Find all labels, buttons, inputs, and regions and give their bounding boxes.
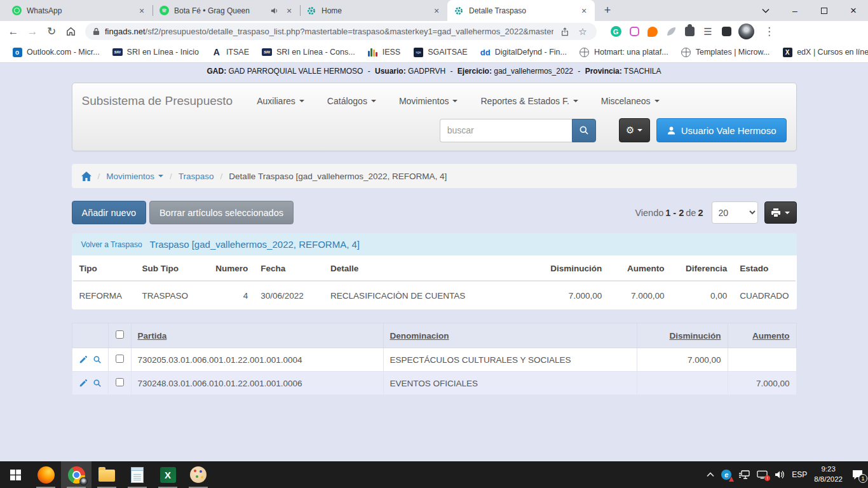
close-icon[interactable]: ×: [136, 5, 147, 17]
spotify-icon: [159, 6, 169, 16]
detail-header-row: Partida Denominacion Disminución Aumento: [72, 323, 796, 348]
breadcrumb-movimientos[interactable]: Movimientos: [106, 172, 163, 181]
start-button[interactable]: [0, 461, 31, 488]
pink-extension-icon[interactable]: [628, 25, 641, 38]
column-header-partida[interactable]: Partida: [131, 323, 383, 348]
profile-avatar[interactable]: [738, 24, 754, 39]
close-icon[interactable]: ×: [578, 5, 590, 17]
reload-icon[interactable]: ↻: [43, 24, 60, 40]
puzzle-extension-icon[interactable]: [683, 25, 696, 38]
bookmark-iess[interactable]: IESS: [362, 45, 407, 59]
close-window-button[interactable]: ×: [839, 0, 868, 21]
bookmark-templates[interactable]: Templates | Microw...: [675, 45, 775, 59]
system-tray: e ! ESP 9:23 8/8/2022 1: [707, 461, 868, 488]
bookmark-itsae[interactable]: A ITSAE: [206, 45, 255, 59]
playlist-extension-icon[interactable]: ☰: [702, 25, 714, 38]
column-header-aumento[interactable]: Aumento: [728, 323, 796, 348]
page-size-select[interactable]: 20: [712, 201, 758, 224]
context-label: Ejercicio:: [458, 67, 492, 76]
taskbar-file-explorer[interactable]: [92, 461, 122, 488]
tab-audio-icon[interactable]: [271, 7, 278, 15]
feather-extension-icon[interactable]: [665, 25, 677, 38]
taskbar-paint[interactable]: [183, 461, 214, 488]
select-row-checkbox[interactable]: [116, 378, 124, 386]
home-icon[interactable]: [62, 24, 79, 40]
back-to-traspaso-link[interactable]: Volver a Traspaso: [81, 240, 142, 249]
detail-section: Partida Denominacion Disminución Aumento: [72, 323, 797, 395]
tab-title: Home: [322, 6, 426, 15]
cell-detalle: RECLASIFICACIÒN DE CUENTAS: [324, 281, 538, 309]
darkreader-extension-icon[interactable]: [720, 25, 733, 38]
bookmark-sgaitsae[interactable]: sga SGAITSAE: [407, 45, 473, 59]
context-value: gad_vallehermos_2022: [494, 67, 573, 76]
browser-menu-icon[interactable]: ⋮: [760, 25, 778, 38]
add-new-button[interactable]: Añadir nuevo: [72, 201, 146, 224]
column-header-denominacion[interactable]: Denominacion: [383, 323, 637, 348]
actions-column-header: [72, 323, 108, 348]
forward-icon[interactable]: →: [24, 24, 41, 40]
new-tab-button[interactable]: +: [599, 2, 616, 20]
breadcrumb-current: Detalle Traspaso [gad_vallehermos_2022, …: [229, 172, 447, 181]
back-icon[interactable]: ←: [5, 24, 22, 40]
menu-auxiliares[interactable]: Auxiliares: [257, 96, 304, 106]
column-header-disminucion[interactable]: Disminución: [637, 323, 728, 348]
delete-selected-button[interactable]: Borrar artículos seleccionados: [149, 201, 294, 224]
tab-whatsapp[interactable]: WhatsApp ×: [5, 0, 153, 21]
search-input[interactable]: [440, 119, 572, 142]
view-magnifier-icon[interactable]: [93, 355, 102, 364]
tab-detalle-traspaso[interactable]: Detalle Traspaso ×: [447, 0, 595, 21]
tray-chevron-up-icon[interactable]: [707, 472, 714, 477]
taskbar-firefox[interactable]: [31, 461, 61, 488]
tab-home[interactable]: Home ×: [300, 0, 447, 21]
url-bar[interactable]: fingads.net/sf2/presupuesto/detalle_tras…: [85, 23, 597, 40]
close-icon[interactable]: ×: [283, 5, 295, 17]
language-indicator[interactable]: ESP: [792, 470, 807, 479]
bookmark-edx[interactable]: X edX | Cursos en líne...: [776, 45, 868, 59]
close-icon[interactable]: ×: [431, 5, 442, 17]
breadcrumb-home-icon[interactable]: [81, 172, 92, 181]
menu-movimientos[interactable]: Movimientos: [399, 96, 458, 106]
bookmark-star-icon[interactable]: ☆: [576, 25, 589, 38]
detail-row: 730205.03.01.006.001.01.22.001.001.0004 …: [72, 348, 796, 372]
user-button[interactable]: Usuario Vale Hermoso: [656, 118, 787, 142]
warning-badge: [729, 477, 734, 482]
select-all-checkbox[interactable]: [116, 330, 124, 339]
taskbar-chrome[interactable]: [61, 461, 92, 488]
display-alert-tray-icon[interactable]: !: [757, 470, 768, 479]
print-button[interactable]: [764, 201, 797, 224]
menu-reportes[interactable]: Reportes & Estados F.: [480, 96, 578, 106]
settings-button[interactable]: ⚙: [619, 118, 650, 142]
grammarly-extension-icon[interactable]: G: [609, 25, 622, 38]
column-header: Aumento: [608, 255, 670, 281]
minimize-button[interactable]: –: [780, 0, 810, 21]
search-button[interactable]: [572, 119, 596, 142]
app-brand[interactable]: Subsistema de Presupuesto: [82, 94, 233, 108]
windows-logo-icon: [10, 470, 21, 480]
orange-extension-icon[interactable]: [646, 25, 659, 38]
bookmark-outlook[interactable]: o Outlook.com - Micr...: [6, 45, 105, 59]
bookmark-sri-inicio[interactable]: SRI SRI en Línea - Inicio: [107, 45, 205, 59]
share-icon[interactable]: [559, 25, 571, 38]
view-magnifier-icon[interactable]: [93, 379, 102, 388]
antivirus-tray-icon[interactable]: e: [721, 470, 731, 480]
bookmark-sri-consultas[interactable]: SRI SRI en Línea - Cons...: [256, 45, 361, 59]
volume-tray-icon[interactable]: [775, 470, 785, 479]
bookmark-hotmart[interactable]: Hotmart: una plataf...: [574, 45, 674, 59]
edit-pencil-icon[interactable]: [79, 379, 88, 388]
tab-spotify[interactable]: Bota Fé • Grag Queen ×: [153, 0, 300, 21]
taskbar-excel[interactable]: X: [153, 461, 183, 488]
cell-denominacion: ESPECTÁCULOS CULTURALES Y SOCIALES: [383, 348, 637, 372]
action-center-icon[interactable]: 1: [852, 470, 863, 480]
menu-catalogos[interactable]: Catálogos: [327, 96, 376, 106]
bookmark-digitaldefynd[interactable]: dd DigitalDefynd - Fin...: [475, 45, 573, 59]
tab-search-chevron-icon[interactable]: [751, 0, 780, 21]
master-table: Tipo Sub Tipo Numero Fecha Detalle Dismi…: [73, 255, 796, 309]
network-tray-icon[interactable]: [738, 470, 750, 480]
edit-pencil-icon[interactable]: [79, 355, 88, 364]
breadcrumb-traspaso[interactable]: Traspaso: [179, 172, 214, 181]
taskbar-notepad[interactable]: [122, 461, 153, 488]
clock[interactable]: 9:23 8/8/2022: [814, 464, 843, 484]
select-row-checkbox[interactable]: [116, 355, 124, 363]
menu-miscelaneos[interactable]: Miscelaneos: [601, 96, 660, 106]
maximize-button[interactable]: [810, 0, 839, 21]
